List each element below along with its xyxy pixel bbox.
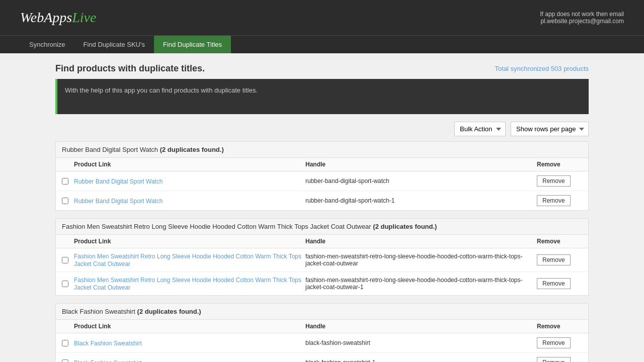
product-link-cell-0-1: Rubber Band Digital Sport Watch xyxy=(74,197,305,205)
page-title: Find products with duplicate titles. xyxy=(55,63,205,74)
group-title-0: Rubber Band Digital Sport Watch xyxy=(62,146,158,153)
navigation: Synchronize Find Duplicate SKU's Find Du… xyxy=(0,35,644,53)
col-handle-0: Handle xyxy=(305,161,537,168)
row-checkbox-0-0[interactable] xyxy=(62,178,68,185)
product-link-2-0[interactable]: Black Fashion Sweatshirt xyxy=(74,340,142,347)
duplicate-groups: Rubber Band Digital Sport Watch (2 dupli… xyxy=(55,141,589,362)
group-title-1: Fashion Men Sweatshirt Retro Long Sleeve… xyxy=(62,223,371,230)
dup-count-2: (2 duplicates found.) xyxy=(137,308,201,315)
row-checkbox-2-1[interactable] xyxy=(62,359,68,363)
table-row: Rubber Band Digital Sport Watch rubber-b… xyxy=(56,191,588,210)
table-header-0: Product Link Handle Remove xyxy=(56,158,588,171)
bulk-action-select[interactable]: Bulk Action xyxy=(454,122,506,136)
row-checkbox-0-1[interactable] xyxy=(62,198,68,204)
row-checkbox-2-0[interactable] xyxy=(62,340,68,346)
col-remove-1: Remove xyxy=(537,238,582,245)
info-box: With the help of this app you can find p… xyxy=(55,79,589,114)
product-link-0-1[interactable]: Rubber Band Digital Sport Watch xyxy=(74,198,163,205)
table-row: Black Fashion Sweatshirt black-fashion-s… xyxy=(56,333,588,353)
toolbar: Bulk Action Show rows per page xyxy=(55,122,589,136)
row-checkbox-1-0[interactable] xyxy=(62,257,68,263)
nav-find-duplicate-titles[interactable]: Find Duplicate Titles xyxy=(154,36,231,53)
group-title-2: Black Fashion Sweatshirt xyxy=(62,308,135,315)
table-header-1: Product Link Handle Remove xyxy=(56,235,588,248)
handle-cell-1-1: fashion-men-sweatshirt-retro-long-sleeve… xyxy=(305,277,537,291)
handle-cell-2-1: black-fashion-sweatshirt-1 xyxy=(305,359,537,362)
product-link-2-1[interactable]: Black Fashion Sweatshirt xyxy=(74,359,142,363)
handle-cell-0-1: rubber-band-digital-sport-watch-1 xyxy=(305,197,537,204)
table-row: Fashion Men Sweatshirt Retro Long Sleeve… xyxy=(56,272,588,295)
remove-button-0-1[interactable]: Remove xyxy=(537,195,571,206)
nav-synchronize[interactable]: Synchronize xyxy=(20,36,74,53)
page-header: Find products with duplicate titles. Tot… xyxy=(55,63,589,74)
header: WebAppsLive If app does not work then em… xyxy=(0,0,644,35)
main-content: Find products with duplicate titles. Tot… xyxy=(45,53,599,362)
product-link-cell-0-0: Rubber Band Digital Sport Watch xyxy=(74,177,305,185)
table-row: Black Fashion Sweatshirt black-fashion-s… xyxy=(56,353,588,362)
col-remove-2: Remove xyxy=(537,323,582,330)
remove-button-2-1[interactable]: Remove xyxy=(537,357,571,362)
group-header-2: Black Fashion Sweatshirt (2 duplicates f… xyxy=(56,304,588,320)
dup-count-0: (2 duplicates found.) xyxy=(160,146,224,153)
table-header-2: Product Link Handle Remove xyxy=(56,320,588,333)
nav-find-duplicate-skus[interactable]: Find Duplicate SKU's xyxy=(74,36,154,53)
table-row: Rubber Band Digital Sport Watch rubber-b… xyxy=(56,171,588,191)
row-checkbox-1-1[interactable] xyxy=(62,281,68,287)
remove-button-0-0[interactable]: Remove xyxy=(537,175,571,187)
sync-count: Total synchronized 503 products xyxy=(495,65,589,72)
remove-button-1-1[interactable]: Remove xyxy=(537,278,571,289)
product-link-1-1[interactable]: Fashion Men Sweatshirt Retro Long Sleeve… xyxy=(74,277,301,291)
col-handle-1: Handle xyxy=(305,238,537,245)
logo: WebAppsLive xyxy=(20,10,96,26)
remove-button-2-0[interactable]: Remove xyxy=(537,337,571,348)
product-link-0-0[interactable]: Rubber Band Digital Sport Watch xyxy=(74,178,163,185)
remove-button-1-0[interactable]: Remove xyxy=(537,254,571,265)
handle-cell-2-0: black-fashion-sweatshirt xyxy=(305,339,537,346)
handle-cell-0-0: rubber-band-digital-sport-watch xyxy=(305,177,537,185)
duplicate-group-0: Rubber Band Digital Sport Watch (2 dupli… xyxy=(55,141,589,211)
product-link-1-0[interactable]: Fashion Men Sweatshirt Retro Long Sleeve… xyxy=(74,253,301,267)
group-header-1: Fashion Men Sweatshirt Retro Long Sleeve… xyxy=(56,219,588,235)
duplicate-group-1: Fashion Men Sweatshirt Retro Long Sleeve… xyxy=(55,218,589,296)
col-handle-2: Handle xyxy=(305,323,537,330)
product-link-cell-1-1: Fashion Men Sweatshirt Retro Long Sleeve… xyxy=(74,276,305,291)
product-link-cell-2-1: Black Fashion Sweatshirt xyxy=(74,359,305,363)
group-header-0: Rubber Band Digital Sport Watch (2 dupli… xyxy=(56,142,588,158)
header-contact: If app does not work then email pl.websi… xyxy=(540,11,624,25)
col-remove-0: Remove xyxy=(537,161,582,168)
duplicate-group-2: Black Fashion Sweatshirt (2 duplicates f… xyxy=(55,303,589,362)
table-row: Fashion Men Sweatshirt Retro Long Sleeve… xyxy=(56,248,588,272)
col-product-link-2: Product Link xyxy=(74,323,305,330)
col-product-link-1: Product Link xyxy=(74,238,305,245)
product-link-cell-2-0: Black Fashion Sweatshirt xyxy=(74,339,305,347)
handle-cell-1-0: fashion-men-sweatshirt-retro-long-sleeve… xyxy=(305,253,537,267)
dup-count-1: (2 duplicates found.) xyxy=(373,223,437,230)
product-link-cell-1-0: Fashion Men Sweatshirt Retro Long Sleeve… xyxy=(74,252,305,267)
col-product-link-0: Product Link xyxy=(74,161,305,168)
rows-per-page-select[interactable]: Show rows per page xyxy=(511,122,589,136)
